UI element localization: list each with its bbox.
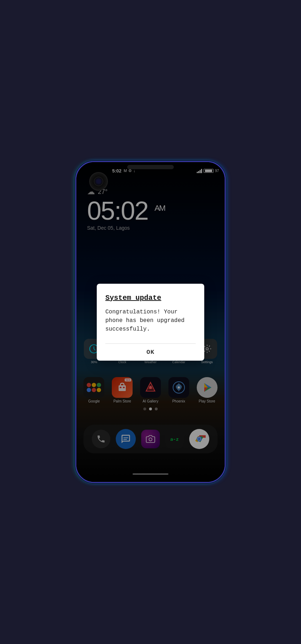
dialog-message: Congratulations! Your phone has been upg…: [105, 308, 196, 333]
system-update-dialog: System update Congratulations! Your phon…: [97, 284, 204, 361]
dialog-title: System update: [105, 294, 196, 302]
dialog-ok-button[interactable]: OK: [105, 344, 196, 361]
phone-screen: 5:02 M ⚙ ↓ 97: [76, 162, 225, 482]
phone-frame: 5:02 M ⚙ ↓ 97: [75, 161, 226, 483]
dialog-overlay: System update Congratulations! Your phon…: [76, 162, 225, 482]
